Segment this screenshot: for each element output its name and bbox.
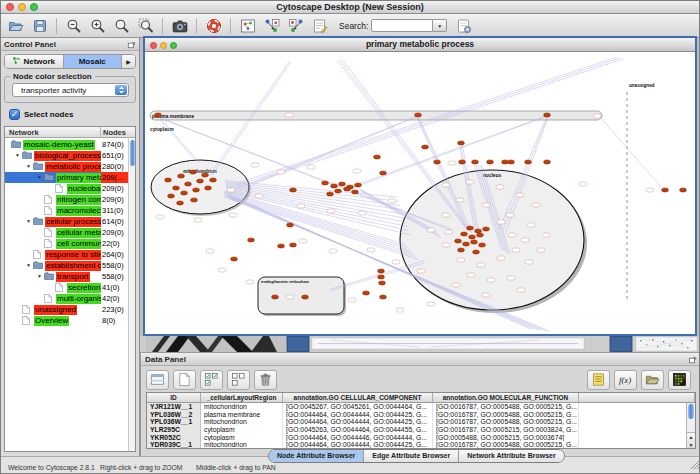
cell-id[interactable]: YKR052C (147, 434, 201, 442)
network-node[interactable] (455, 239, 462, 243)
table-cell[interactable]: [GO:0044464, GO:0044444, GO:0044425, G..… (283, 411, 433, 419)
network-node[interactable] (205, 186, 212, 190)
network-node[interactable] (194, 218, 202, 222)
network-node[interactable] (177, 201, 184, 205)
create-attribute-icon[interactable] (173, 370, 196, 390)
table-row[interactable]: YPL036W__2plasma membrane[GO:0044464, GO… (147, 411, 695, 419)
network-node[interactable] (475, 229, 482, 233)
tree-row-cellular-metabo[interactable]: cellular metabo209(0) (5, 227, 128, 238)
zoom-in-icon[interactable] (87, 16, 108, 36)
open-session-icon[interactable] (5, 16, 26, 36)
network-node[interactable] (229, 213, 237, 217)
network-node[interactable] (168, 194, 175, 198)
tree-row-response-to-stimulu[interactable]: response to stimulu264(0) (5, 249, 128, 260)
network-node[interactable] (512, 248, 520, 252)
network-node[interactable] (662, 188, 669, 192)
matrix-view-icon[interactable] (668, 370, 691, 390)
network-node[interactable] (452, 283, 460, 287)
network-node[interactable] (434, 160, 441, 164)
network-node[interactable] (457, 258, 465, 262)
network-node[interactable] (374, 155, 381, 159)
table-row[interactable]: YKR052Ccytoplasm[GO:0044464, GO:0044446,… (147, 434, 695, 442)
network-node[interactable] (353, 169, 361, 173)
table-cell[interactable]: [GO:0016787, GO:0005488, GO:0005215, G..… (433, 418, 579, 426)
network-node[interactable] (396, 308, 404, 312)
save-session-icon[interactable] (29, 16, 50, 36)
scrollbar-thumb[interactable] (130, 140, 135, 166)
scroll-up-icon[interactable]: ▲ (687, 433, 695, 441)
tab-node-attribute-browser[interactable]: Node Attribute Browser (269, 450, 364, 462)
column-header-annotation-go-cellular-component[interactable]: annotation.GO CELLULAR_COMPONENT (283, 393, 433, 402)
network-node[interactable] (442, 183, 450, 187)
table-cell[interactable]: [GO:0016787, GO:0005215, GO:0003824, G..… (433, 426, 579, 434)
network-node[interactable] (542, 233, 550, 237)
network-node[interactable] (380, 171, 387, 175)
network-node[interactable] (482, 203, 490, 207)
attribute-editor-icon[interactable] (309, 16, 330, 36)
scroll-down-icon[interactable]: ▼ (687, 441, 695, 449)
close-icon[interactable] (150, 42, 157, 49)
tree-row-biological-process[interactable]: ▼biological_process651(0) (5, 150, 128, 161)
select-nodes-checkbox[interactable]: ✓ (9, 109, 20, 120)
table-cell[interactable]: cytoplasm (201, 434, 283, 442)
network-node[interactable] (307, 165, 315, 169)
network-node[interactable] (459, 160, 466, 164)
network-node[interactable] (473, 250, 480, 254)
scrollbar-thumb[interactable] (688, 404, 694, 419)
cell-id[interactable]: YJR121W__1 (147, 403, 201, 411)
network-node[interactable] (466, 180, 474, 184)
column-header--cellularlayoutregion[interactable]: _cellularLayoutRegion (201, 393, 283, 402)
table-cell[interactable]: mitochondrion (201, 403, 283, 411)
table-row[interactable]: YJR121W__1mitochondrion[GO:0045267, GO:0… (147, 403, 695, 411)
tab-network-attribute-browser[interactable]: Network Attribute Browser (459, 450, 563, 462)
network-node[interactable] (497, 220, 505, 224)
network-node[interactable] (246, 280, 254, 284)
network-node[interactable] (302, 295, 309, 299)
tree-row-cell-communicat[interactable]: cell communicat22(0) (5, 238, 128, 249)
table-cell[interactable]: [GO:0016787, GO:0005488, GO:0005215, G..… (433, 403, 579, 411)
expander-icon[interactable]: ▼ (37, 174, 42, 180)
network-node[interactable] (278, 244, 285, 248)
network-node[interactable] (206, 249, 214, 253)
tree-column-network[interactable]: Network (9, 128, 39, 137)
network-node[interactable] (497, 256, 505, 260)
resize-grip-icon[interactable] (689, 455, 699, 473)
attribute-list-icon[interactable] (587, 370, 610, 390)
network-node[interactable] (496, 185, 504, 189)
network-node[interactable] (348, 298, 356, 302)
tree-row-cellular-process[interactable]: ▼cellular process614(0) (5, 216, 128, 227)
import-network-icon[interactable] (261, 16, 282, 36)
network-node[interactable] (202, 173, 209, 177)
network-node[interactable] (367, 248, 375, 252)
network-node[interactable] (329, 249, 337, 253)
network-node[interactable] (297, 204, 305, 208)
network-node[interactable] (173, 186, 180, 190)
network-node[interactable] (506, 213, 514, 217)
network-node[interactable] (392, 260, 400, 264)
network-node[interactable] (508, 233, 516, 237)
network-overview-icon[interactable] (237, 16, 258, 36)
network-node[interactable] (231, 257, 238, 261)
select-attributes-icon[interactable] (146, 370, 169, 390)
search-input[interactable] (371, 19, 433, 32)
network-node[interactable] (442, 243, 450, 247)
table-row[interactable]: YDR039C__1mitochondrion[GO:0044464, GO:0… (147, 441, 695, 449)
float-panel-icon[interactable] (127, 40, 136, 51)
network-node[interactable] (218, 268, 226, 272)
network-node[interactable] (185, 182, 192, 186)
table-cell[interactable]: [GO:0044464, GO:0044444, GO:0044425, G..… (283, 418, 433, 426)
tab-mosaic[interactable]: Mosaic (64, 55, 123, 68)
network-node[interactable] (680, 188, 687, 192)
column-header-annotation-go-molecular-function[interactable]: annotation.GO MOLECULAR_FUNCTION (433, 393, 579, 402)
tree-row-transport[interactable]: ▼transport558(0) (5, 271, 128, 282)
network-node[interactable] (322, 181, 329, 185)
network-node[interactable] (415, 113, 422, 117)
network-node[interactable] (344, 187, 351, 191)
expander-icon[interactable]: ▼ (26, 163, 31, 169)
network-graph[interactable]: plasma membranecytoplasmmitochondrionnuc… (145, 52, 695, 334)
table-scrollbar[interactable]: ▲▼ (686, 403, 695, 448)
network-canvas[interactable]: plasma membranecytoplasmmitochondrionnuc… (145, 52, 695, 334)
network-node[interactable] (442, 213, 450, 217)
cell-id[interactable]: YDR039C__1 (147, 441, 201, 449)
network-node[interactable] (178, 174, 185, 178)
